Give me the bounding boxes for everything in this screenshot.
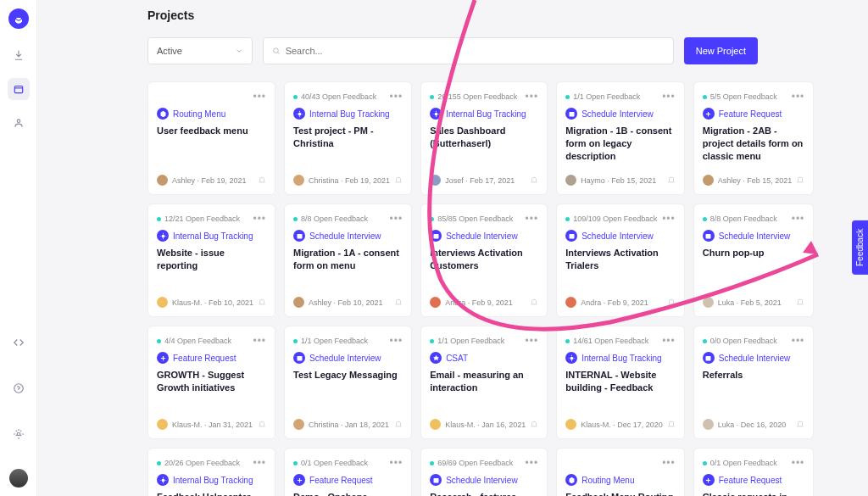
bell-icon[interactable] bbox=[258, 298, 266, 308]
card-menu-icon[interactable]: ••• bbox=[253, 335, 266, 347]
project-card[interactable]: 26/155 Open Feedback ••• Internal Bug Tr… bbox=[420, 81, 548, 195]
bell-icon[interactable] bbox=[258, 420, 266, 430]
project-card[interactable]: 40/43 Open Feedback ••• Internal Bug Tra… bbox=[284, 81, 412, 195]
project-card[interactable]: 20/26 Open Feedback ••• Internal Bug Tra… bbox=[147, 448, 275, 496]
project-card[interactable]: ••• Routing Menu User feedback menu Ashl… bbox=[147, 81, 275, 195]
code-icon[interactable] bbox=[8, 332, 30, 354]
card-menu-icon[interactable]: ••• bbox=[390, 457, 403, 469]
people-icon[interactable] bbox=[8, 112, 30, 134]
card-menu-icon[interactable]: ••• bbox=[792, 457, 805, 469]
open-feedback-count: 1/1 Open Feedback bbox=[293, 337, 368, 345]
feedback-tab[interactable]: Feedback bbox=[852, 220, 868, 275]
project-title: Migration - 1B - consent form on legacy … bbox=[565, 125, 676, 163]
filter-label: Active bbox=[157, 46, 182, 56]
card-menu-icon[interactable]: ••• bbox=[792, 335, 805, 347]
card-menu-icon[interactable]: ••• bbox=[253, 91, 266, 103]
projects-icon[interactable] bbox=[8, 78, 30, 100]
card-menu-icon[interactable]: ••• bbox=[792, 91, 805, 103]
card-menu-icon[interactable]: ••• bbox=[662, 213, 676, 225]
owner-meta: Klaus-M. · Jan 16, 2021 bbox=[445, 421, 526, 429]
project-card[interactable]: 8/8 Open Feedback ••• Schedule Interview… bbox=[284, 203, 412, 317]
project-card[interactable]: 0/0 Open Feedback ••• Schedule Interview… bbox=[693, 326, 815, 439]
card-menu-icon[interactable]: ••• bbox=[526, 213, 539, 225]
filter-dropdown[interactable]: Active bbox=[147, 37, 253, 64]
project-card[interactable]: 1/1 Open Feedback ••• Schedule Interview… bbox=[556, 81, 685, 195]
project-title: Feedback Menu Routing bbox=[565, 491, 676, 496]
card-menu-icon[interactable]: ••• bbox=[526, 335, 539, 347]
search-input[interactable] bbox=[286, 46, 665, 56]
bell-icon[interactable] bbox=[394, 298, 403, 308]
card-menu-icon[interactable]: ••• bbox=[390, 335, 403, 347]
owner-meta: Ashley · Feb 19, 2021 bbox=[172, 176, 247, 185]
project-card[interactable]: 5/5 Open Feedback ••• Feature Request Mi… bbox=[693, 81, 815, 195]
open-feedback-count: 69/69 Open Feedback bbox=[430, 459, 513, 467]
svg-rect-14 bbox=[297, 355, 302, 360]
project-card[interactable]: 69/69 Open Feedback ••• Schedule Intervi… bbox=[420, 448, 548, 496]
owner-meta: Klaus-M. · Feb 10, 2021 bbox=[172, 298, 253, 307]
owner-meta: Ashley · Feb 10, 2021 bbox=[309, 298, 383, 307]
card-menu-icon[interactable]: ••• bbox=[390, 91, 403, 103]
app-logo[interactable] bbox=[8, 8, 29, 29]
open-feedback-count: 14/61 Open Feedback bbox=[565, 337, 648, 345]
project-card[interactable]: 0/1 Open Feedback ••• Feature Request De… bbox=[284, 448, 412, 496]
badge-label: Feature Request bbox=[173, 354, 236, 363]
bell-icon[interactable] bbox=[530, 298, 538, 308]
card-menu-icon[interactable]: ••• bbox=[662, 457, 676, 469]
owner-avatar bbox=[293, 297, 304, 308]
user-avatar[interactable] bbox=[9, 469, 28, 488]
owner-meta: Ashley · Feb 15, 2021 bbox=[718, 176, 793, 185]
project-card[interactable]: 1/1 Open Feedback ••• CSAT Email - measu… bbox=[420, 326, 548, 439]
owner-avatar bbox=[565, 419, 576, 430]
owner-avatar bbox=[703, 419, 714, 430]
project-card[interactable]: 0/1 Open Feedback ••• Feature Request Cl… bbox=[693, 448, 815, 496]
owner-meta: Christina · Feb 19, 2021 bbox=[309, 176, 390, 185]
project-card[interactable]: ••• Routing Menu Feedback Menu Routing bbox=[556, 448, 685, 496]
card-menu-icon[interactable]: ••• bbox=[526, 457, 539, 469]
card-menu-icon[interactable]: ••• bbox=[662, 91, 676, 103]
owner-avatar bbox=[157, 175, 168, 186]
new-project-button[interactable]: New Project bbox=[684, 37, 758, 64]
card-menu-icon[interactable]: ••• bbox=[662, 335, 676, 347]
card-menu-icon[interactable]: ••• bbox=[253, 213, 266, 225]
owner-meta: Haymo · Feb 15, 2021 bbox=[581, 176, 656, 185]
card-menu-icon[interactable]: ••• bbox=[390, 213, 403, 225]
project-title: Migration - 2AB - project details form o… bbox=[703, 125, 805, 163]
bell-icon[interactable] bbox=[530, 176, 538, 186]
help-icon[interactable] bbox=[8, 377, 30, 399]
project-card[interactable]: 8/8 Open Feedback ••• Schedule Interview… bbox=[693, 203, 815, 317]
card-menu-icon[interactable]: ••• bbox=[253, 457, 266, 469]
bell-icon[interactable] bbox=[667, 298, 676, 308]
svg-point-7 bbox=[434, 112, 437, 115]
bell-icon[interactable] bbox=[796, 298, 804, 308]
badge-label: Internal Bug Tracking bbox=[173, 231, 253, 241]
project-card[interactable]: 85/85 Open Feedback ••• Schedule Intervi… bbox=[420, 203, 548, 317]
project-card[interactable]: 109/109 Open Feedback ••• Schedule Inter… bbox=[556, 203, 685, 317]
bell-icon[interactable] bbox=[530, 420, 538, 430]
badge-icon bbox=[565, 474, 577, 486]
download-icon[interactable] bbox=[8, 44, 30, 66]
bell-icon[interactable] bbox=[667, 176, 676, 186]
bell-icon[interactable] bbox=[796, 420, 804, 430]
project-card[interactable]: 14/61 Open Feedback ••• Internal Bug Tra… bbox=[556, 326, 685, 439]
bell-icon[interactable] bbox=[667, 420, 676, 430]
project-card[interactable]: 4/4 Open Feedback ••• Feature Request GR… bbox=[147, 326, 275, 439]
project-card[interactable]: 12/21 Open Feedback ••• Internal Bug Tra… bbox=[147, 203, 275, 317]
card-menu-icon[interactable]: ••• bbox=[792, 213, 805, 225]
bell-icon[interactable] bbox=[258, 176, 266, 186]
owner-avatar bbox=[293, 419, 304, 430]
open-feedback-count: 12/21 Open Feedback bbox=[157, 215, 240, 223]
owner-meta: Josef · Feb 17, 2021 bbox=[445, 176, 515, 185]
bell-icon[interactable] bbox=[394, 176, 403, 186]
owner-meta: Andra · Feb 9, 2021 bbox=[581, 298, 648, 307]
search-box[interactable] bbox=[263, 37, 674, 64]
project-card[interactable]: 1/1 Open Feedback ••• Schedule Interview… bbox=[284, 326, 412, 439]
bell-icon[interactable] bbox=[394, 420, 403, 430]
open-feedback-count: 1/1 Open Feedback bbox=[430, 337, 504, 345]
bell-icon[interactable] bbox=[796, 176, 804, 186]
card-menu-icon[interactable]: ••• bbox=[526, 91, 539, 103]
badge-label: Schedule Interview bbox=[309, 231, 381, 241]
open-feedback-count: 26/155 Open Feedback bbox=[430, 92, 517, 101]
settings-icon[interactable] bbox=[8, 423, 30, 445]
badge-label: Schedule Interview bbox=[581, 231, 654, 241]
open-feedback-count: 85/85 Open Feedback bbox=[430, 215, 513, 223]
